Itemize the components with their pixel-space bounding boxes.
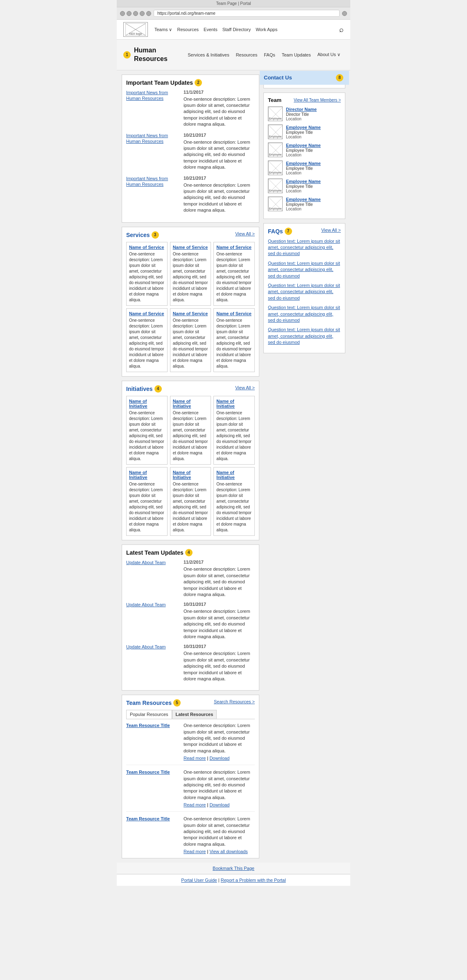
director-info: Director Name Director Title Location bbox=[286, 106, 341, 121]
member-row-3: Employee Employee Name Employee Title Lo… bbox=[268, 160, 341, 175]
forward-button[interactable] bbox=[127, 11, 131, 16]
member-name-2[interactable]: Employee Name bbox=[286, 143, 321, 148]
news-link-1[interactable]: Important News from Human Resources bbox=[126, 90, 168, 101]
service-link-3[interactable]: Name of Service bbox=[216, 245, 252, 250]
initiative-desc-5: One-sentence description: Lorem ipsum do… bbox=[173, 481, 209, 533]
news-desc-1: One-sentence description: Lorem ipsum do… bbox=[184, 96, 255, 128]
services-title[interactable]: Services bbox=[126, 232, 150, 238]
initiative-card-2: Name of Initiative One-sentence descript… bbox=[170, 396, 211, 465]
team-resources-header: Team Resources 5 Search Resources > bbox=[126, 699, 255, 707]
search-resources-link[interactable]: Search Resources > bbox=[214, 699, 255, 704]
resource-link-1[interactable]: Team Resource Title bbox=[126, 723, 170, 728]
report-problem-link[interactable]: Report a Problem with the Portal bbox=[221, 878, 286, 883]
member-name-3[interactable]: Employee Name bbox=[286, 161, 321, 166]
faq-link-1[interactable]: Question text: Lorem ipsum dolor sit ame… bbox=[268, 238, 341, 257]
member-name-5[interactable]: Employee Name bbox=[286, 197, 321, 202]
subnav-resources[interactable]: Resources bbox=[233, 48, 261, 61]
nav-resources[interactable]: Resources bbox=[177, 27, 199, 32]
nav-work-apps[interactable]: Work Apps bbox=[256, 27, 277, 32]
services-view-all[interactable]: View All > bbox=[235, 231, 255, 236]
top-navigation: NDI logo Teams ∨ Resources Events Staff … bbox=[117, 20, 350, 40]
portal-user-guide-link[interactable]: Portal User Guide bbox=[181, 878, 217, 883]
service-link-2[interactable]: Name of Service bbox=[173, 245, 209, 250]
service-link-1[interactable]: Name of Service bbox=[129, 245, 165, 250]
subnav-faqs[interactable]: FAQs bbox=[261, 48, 279, 61]
subnav-about-us[interactable]: About Us ∨ bbox=[314, 48, 344, 61]
important-updates-panel: Important Team Updates 2 Important News … bbox=[122, 75, 259, 223]
update-link-2[interactable]: Update About Team bbox=[126, 602, 165, 607]
member-location-2: Location bbox=[286, 153, 341, 157]
update-link-3[interactable]: Update About Team bbox=[126, 644, 165, 649]
tab-popular-resources[interactable]: Popular Resources bbox=[126, 710, 172, 719]
team-resources-panel: Team Resources 5 Search Resources > Popu… bbox=[122, 695, 259, 858]
employee-label-5: Employee bbox=[269, 207, 281, 210]
resource-link-3[interactable]: Team Resource Title bbox=[126, 816, 170, 821]
resource-link-2[interactable]: Team Resource Title bbox=[126, 770, 170, 775]
service-card-2: Name of Service One-sentence description… bbox=[170, 242, 211, 306]
director-name[interactable]: Director Name bbox=[286, 107, 317, 112]
bookmark-bar[interactable]: Bookmark This Page bbox=[117, 863, 350, 874]
important-updates-title-row: Important Team Updates 2 bbox=[126, 79, 204, 86]
service-link-4[interactable]: Name of Service bbox=[129, 311, 165, 316]
back-button[interactable] bbox=[120, 11, 125, 16]
news-link-2[interactable]: Important News from Human Resources bbox=[126, 133, 168, 144]
news-link-3[interactable]: Important News from Human Resources bbox=[126, 176, 168, 187]
faqs-view-all[interactable]: View All > bbox=[321, 228, 341, 233]
member-title-3: Employee Title bbox=[286, 166, 341, 171]
team-updates-panel: Latest Team Updates 4 Update About Team … bbox=[122, 544, 259, 691]
member-title-1: Employee Title bbox=[286, 130, 341, 135]
employee-avatar-4: Employee bbox=[268, 178, 283, 193]
service-card-5: Name of Service One-sentence description… bbox=[170, 308, 211, 372]
news-desc-3: One-sentence description: Lorem ipsum do… bbox=[184, 182, 255, 214]
nav-teams[interactable]: Teams ∨ bbox=[154, 27, 172, 32]
member-name-4[interactable]: Employee Name bbox=[286, 179, 321, 184]
search-icon[interactable]: ⌕ bbox=[339, 25, 344, 34]
tab-latest-resources[interactable]: Latest Resources bbox=[172, 710, 217, 719]
initiatives-title[interactable]: Initiatives bbox=[126, 386, 153, 392]
settings-button[interactable] bbox=[342, 11, 347, 16]
nav-events[interactable]: Events bbox=[204, 27, 218, 32]
initiatives-view-all[interactable]: View All > bbox=[235, 385, 255, 390]
initiative-link-6[interactable]: Name of Initiative bbox=[216, 470, 252, 480]
nav-staff-directory[interactable]: Staff Directory bbox=[222, 27, 251, 32]
read-more-1[interactable]: Read more bbox=[184, 756, 206, 761]
faq-link-3[interactable]: Question text: Lorem ipsum dolor sit ame… bbox=[268, 282, 341, 301]
faq-link-5[interactable]: Question text: Lorem ipsum dolor sit ame… bbox=[268, 327, 341, 345]
subnav-services[interactable]: Services & Initiatives bbox=[184, 48, 232, 61]
initiative-link-5[interactable]: Name of Initiative bbox=[173, 470, 209, 480]
right-column: Contact Us 8 Team View All Team Members … bbox=[263, 75, 345, 859]
initiative-desc-2: One-sentence description: Lorem ipsum do… bbox=[173, 410, 209, 462]
service-link-6[interactable]: Name of Service bbox=[216, 311, 252, 316]
download-1[interactable]: Download bbox=[209, 756, 229, 761]
update-link-1[interactable]: Update About Team bbox=[126, 560, 165, 565]
view-all-members[interactable]: View All Team Members > bbox=[294, 98, 341, 102]
initiative-link-3[interactable]: Name of Initiative bbox=[216, 399, 252, 409]
faq-link-2[interactable]: Question text: Lorem ipsum dolor sit ame… bbox=[268, 260, 341, 279]
stop-button[interactable] bbox=[140, 11, 145, 16]
initiative-link-1[interactable]: Name of Initiative bbox=[129, 399, 165, 409]
member-title-4: Employee Title bbox=[286, 184, 341, 189]
resource-content-3: One-sentence description: Lorem ipsum do… bbox=[184, 816, 255, 854]
team-resources-title[interactable]: Team Resources bbox=[126, 700, 172, 706]
faqs-title[interactable]: FAQs bbox=[268, 228, 283, 235]
resource-desc-3: One-sentence description: Lorem ipsum do… bbox=[184, 816, 255, 847]
read-more-2[interactable]: Read more bbox=[184, 802, 206, 807]
subnav-team-updates[interactable]: Team Updates bbox=[279, 48, 314, 61]
initiative-link-4[interactable]: Name of Initiative bbox=[129, 470, 165, 480]
member-name-1[interactable]: Employee Name bbox=[286, 125, 321, 130]
initiatives-header: Initiatives 4 View All > bbox=[126, 385, 255, 393]
faq-link-4[interactable]: Question text: Lorem ipsum dolor sit ame… bbox=[268, 305, 341, 323]
initiative-link-2[interactable]: Name of Initiative bbox=[173, 399, 209, 409]
home-button[interactable] bbox=[146, 11, 151, 16]
logo-label: NDI logo bbox=[129, 32, 142, 36]
url-bar[interactable]: https://portal.ndi.org/team-name bbox=[154, 10, 340, 17]
services-panel: Services 3 View All > Name of Service On… bbox=[122, 227, 259, 377]
update-desc-1: One-sentence description: Lorem ipsum do… bbox=[184, 566, 255, 598]
read-more-3[interactable]: Read more bbox=[184, 849, 206, 854]
download-2[interactable]: Download bbox=[209, 802, 229, 807]
view-all-downloads[interactable]: View all downloads bbox=[209, 849, 247, 854]
service-link-5[interactable]: Name of Service bbox=[173, 311, 209, 316]
update-item-2: Update About Team 10/31/2017 One-sentenc… bbox=[126, 602, 255, 640]
member-title-5: Employee Title bbox=[286, 202, 341, 207]
refresh-button[interactable] bbox=[133, 11, 138, 16]
